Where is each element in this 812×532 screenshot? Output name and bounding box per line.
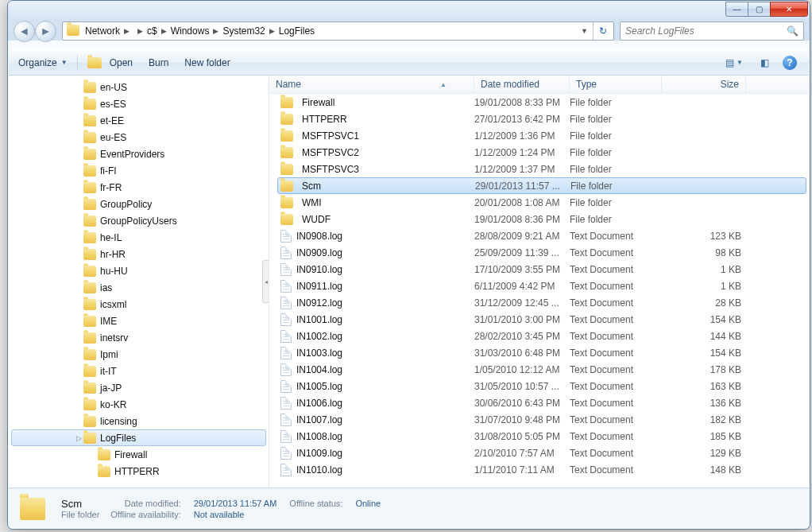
organize-menu[interactable]: Organize ▼: [15, 52, 75, 73]
file-row[interactable]: IN1010.log1/11/2010 7:11 AMText Document…: [269, 461, 809, 478]
file-row[interactable]: IN0910.log17/10/2009 3:55 PMText Documen…: [269, 261, 809, 278]
breadcrumb[interactable]: System32: [219, 25, 268, 37]
tree-item[interactable]: ▷LogFiles: [11, 429, 266, 446]
address-bar[interactable]: Network▶ ▶ c$▶ Windows▶ System32▶ LogFil…: [62, 21, 614, 41]
tree-item[interactable]: inetsrv: [9, 329, 269, 346]
file-row[interactable]: IN1004.log1/05/2010 12:12 AMText Documen…: [269, 361, 809, 378]
tree-item[interactable]: EventProviders: [9, 146, 269, 162]
file-row[interactable]: MSFTPSVC21/12/2009 1:24 PMFile folder: [269, 144, 809, 161]
file-row[interactable]: Scm29/01/2013 11:57 ...File folder: [277, 177, 806, 194]
tree-item[interactable]: GroupPolicyUsers: [9, 212, 269, 229]
document-icon: [280, 230, 292, 243]
tree-item[interactable]: licensing: [9, 413, 269, 429]
chevron-right-icon[interactable]: ▶: [123, 27, 130, 35]
column-size[interactable]: Size: [662, 76, 746, 93]
back-button[interactable]: ◄: [14, 21, 35, 42]
details-value: 29/01/2013 11:57 AM: [194, 499, 277, 508]
file-row[interactable]: IN1009.log2/10/2010 7:57 AMText Document…: [269, 445, 809, 461]
address-dropdown[interactable]: ▼: [576, 27, 593, 35]
file-row[interactable]: IN1006.log30/06/2010 6:43 PMText Documen…: [269, 394, 809, 411]
tree-item[interactable]: IME: [9, 313, 269, 329]
file-row[interactable]: MSFTPSVC31/12/2009 1:37 PMFile folder: [269, 161, 809, 177]
expand-icon[interactable]: ▷: [74, 434, 83, 442]
chevron-right-icon[interactable]: ▶: [137, 27, 144, 35]
file-row[interactable]: IN1008.log31/08/2010 5:05 PMText Documen…: [269, 428, 809, 445]
file-row[interactable]: IN1005.log31/05/2010 10:57 ...Text Docum…: [269, 378, 809, 394]
search-input[interactable]: Search LogFiles 🔍: [620, 21, 804, 41]
preview-pane-button[interactable]: ◧: [752, 52, 777, 73]
file-row[interactable]: IN1007.log31/07/2010 9:48 PMText Documen…: [269, 411, 809, 428]
minimize-button[interactable]: —: [725, 2, 748, 17]
file-row[interactable]: IN1002.log28/02/2010 3:45 PMText Documen…: [269, 328, 809, 344]
tree-item[interactable]: eu-ES: [9, 129, 269, 146]
breadcrumb[interactable]: c$: [144, 25, 160, 37]
chevron-right-icon[interactable]: ▶: [269, 27, 276, 35]
file-type: Text Document: [570, 431, 662, 442]
navigation-tree[interactable]: en-USes-ESet-EEeu-ESEventProvidersfi-FIf…: [9, 76, 269, 487]
forward-button[interactable]: ►: [35, 21, 56, 42]
folder-icon: [83, 399, 96, 410]
file-rows[interactable]: Firewall19/01/2008 8:33 PMFile folderHTT…: [269, 94, 809, 487]
refresh-button[interactable]: ↻: [593, 22, 612, 40]
tree-item[interactable]: hr-HR: [9, 246, 269, 262]
folder-icon: [83, 282, 96, 293]
file-date: 28/08/2009 9:21 AM: [474, 231, 570, 242]
file-row[interactable]: IN1003.log31/03/2010 6:48 PMText Documen…: [269, 344, 809, 361]
file-row[interactable]: IN0909.log25/09/2009 11:39 ...Text Docum…: [269, 244, 809, 261]
tree-item[interactable]: ias: [9, 279, 269, 296]
file-row[interactable]: IN1001.log31/01/2010 3:00 PMText Documen…: [269, 311, 809, 328]
tree-item[interactable]: et-EE: [9, 112, 269, 129]
file-row[interactable]: IN0911.log6/11/2009 4:42 PMText Document…: [269, 278, 809, 294]
file-row[interactable]: MSFTPSVC11/12/2009 1:36 PMFile folder: [269, 127, 809, 144]
tree-item[interactable]: HTTPERR: [9, 463, 269, 480]
details-label: Offline status:: [289, 499, 342, 508]
tree-item[interactable]: it-IT: [9, 363, 269, 379]
document-icon: [280, 414, 292, 426]
tree-item-label: HTTPERR: [114, 466, 160, 477]
breadcrumb[interactable]: Windows: [168, 25, 213, 37]
tree-item[interactable]: Firewall: [9, 446, 269, 463]
file-date: 1/11/2010 7:11 AM: [474, 464, 570, 476]
breadcrumb[interactable]: Network: [82, 25, 123, 37]
breadcrumb[interactable]: LogFiles: [276, 25, 318, 37]
close-button[interactable]: ✕: [770, 2, 808, 17]
help-button[interactable]: ?: [777, 52, 802, 73]
column-name[interactable]: Name ▲: [269, 76, 474, 93]
tree-item[interactable]: fi-FI: [9, 162, 269, 179]
tree-item[interactable]: he-IL: [9, 229, 269, 246]
file-row[interactable]: IN0912.log31/12/2009 12:45 ...Text Docum…: [269, 294, 809, 311]
file-row[interactable]: IN0908.log28/08/2009 9:21 AMText Documen…: [269, 227, 809, 244]
file-row[interactable]: WUDF19/01/2008 8:36 PMFile folder: [269, 211, 809, 227]
file-row[interactable]: HTTPERR27/01/2013 6:42 PMFile folder: [269, 111, 809, 127]
file-row[interactable]: WMI20/01/2008 1:08 AMFile folder: [269, 194, 809, 211]
tree-item[interactable]: Ipmi: [9, 346, 269, 363]
maximize-button[interactable]: ▢: [748, 2, 771, 17]
file-type: Text Document: [570, 364, 662, 375]
open-button[interactable]: Open: [79, 52, 141, 73]
file-name: IN1005.log: [296, 381, 342, 392]
chevron-right-icon[interactable]: ▶: [160, 27, 168, 35]
folder-icon: [83, 165, 96, 177]
file-date: 1/05/2010 12:12 AM: [474, 364, 570, 375]
burn-button[interactable]: Burn: [141, 52, 176, 73]
file-type: File folder: [570, 164, 662, 175]
tree-item[interactable]: en-US: [9, 79, 269, 95]
tree-item-label: fi-FI: [100, 165, 117, 177]
file-type: Text Document: [570, 264, 662, 275]
tree-item[interactable]: fr-FR: [9, 179, 269, 196]
column-type[interactable]: Type: [570, 76, 662, 93]
tree-item[interactable]: es-ES: [9, 95, 269, 112]
chevron-right-icon[interactable]: ▶: [212, 27, 219, 35]
tree-splitter[interactable]: ◂: [262, 260, 269, 303]
tree-item[interactable]: hu-HU: [9, 262, 269, 279]
tree-item[interactable]: icsxml: [9, 296, 269, 313]
file-row[interactable]: Firewall19/01/2008 8:33 PMFile folder: [269, 94, 809, 111]
column-date[interactable]: Date modified: [474, 76, 570, 93]
tree-item[interactable]: GroupPolicy: [9, 196, 269, 212]
tree-item[interactable]: ko-KR: [9, 396, 269, 413]
tree-item[interactable]: ja-JP: [9, 379, 269, 396]
views-button[interactable]: ▤ ▼: [717, 52, 752, 73]
file-date: 31/05/2010 10:57 ...: [474, 381, 570, 392]
new-folder-button[interactable]: New folder: [176, 52, 238, 73]
tree-item-label: fr-FR: [100, 182, 122, 193]
